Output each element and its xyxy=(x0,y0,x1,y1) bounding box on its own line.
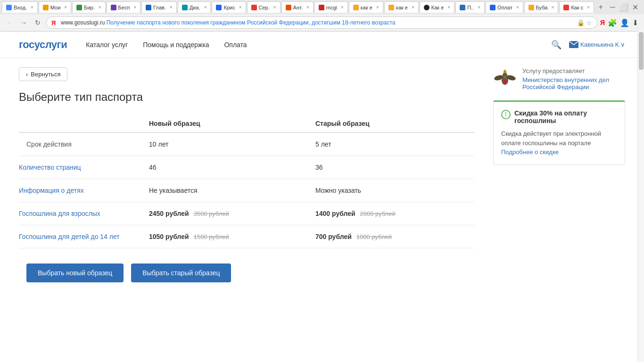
reload-button[interactable]: ↻ xyxy=(32,17,43,28)
tab-17[interactable]: Как с × xyxy=(559,1,594,13)
tab-16[interactable]: Буба × xyxy=(524,1,559,13)
extensions-icon[interactable]: 🧩 xyxy=(608,18,617,27)
page-title: Выберите тип паспорта xyxy=(19,90,474,104)
row-label-validity: Срок действия xyxy=(19,132,141,156)
tab-favicon xyxy=(424,5,429,10)
tab-favicon xyxy=(460,5,465,10)
table-header-row: Новый образец Старый образец xyxy=(19,115,474,132)
logo-text-uslugi: услуги xyxy=(34,39,67,50)
minimize-icon[interactable]: ─ xyxy=(610,3,615,11)
tab-label: Бесп xyxy=(118,5,130,10)
tab-close[interactable]: × xyxy=(412,5,414,10)
tab-close[interactable]: × xyxy=(31,5,33,10)
tab-5[interactable]: Глав. × xyxy=(141,1,177,13)
svg-rect-9 xyxy=(504,80,506,83)
tab-close[interactable]: × xyxy=(306,5,309,10)
row-label-fee-children: Госпошлина для детей до 14 лет xyxy=(19,225,141,248)
tab-9[interactable]: Ант. × xyxy=(281,1,314,13)
tab-label: Ант. xyxy=(293,5,303,10)
back-nav-button[interactable]: ← xyxy=(4,17,15,28)
site-wrapper: госуслуги Каталог услуг Помощь и поддерж… xyxy=(0,32,644,362)
star-icon[interactable]: ☆ xyxy=(586,19,592,26)
svg-marker-7 xyxy=(504,69,506,71)
tab-close[interactable]: × xyxy=(341,5,344,10)
maximize-icon[interactable]: ⬜ xyxy=(619,3,628,12)
tab-14-active[interactable]: П.. × xyxy=(455,1,485,13)
tab-13[interactable]: Как е × xyxy=(420,1,454,13)
close-icon[interactable]: ✕ xyxy=(632,3,638,12)
tab-2[interactable]: Мои × xyxy=(39,1,71,13)
scrollbar[interactable] xyxy=(637,31,644,362)
tab-favicon xyxy=(111,5,116,10)
tab-bar: Вход. × Мои × Бир. × Бесп × Глав. × Диа.… xyxy=(0,0,644,14)
comparison-table: Новый образец Старый образец Срок действ… xyxy=(19,115,474,248)
tab-close[interactable]: × xyxy=(516,5,519,10)
forward-nav-button[interactable]: → xyxy=(18,17,29,28)
tab-label: Бир. xyxy=(84,5,95,10)
tab-4[interactable]: Бесп × xyxy=(107,1,141,13)
main-content: ‹ Вернуться Выберите тип паспорта Новый … xyxy=(0,58,644,292)
price-main-old: 1400 рублей xyxy=(315,210,355,217)
tab-label: Буба xyxy=(536,5,548,10)
nav-payment[interactable]: Оплата xyxy=(224,41,247,49)
tab-label: Как с xyxy=(571,5,583,10)
tab-close[interactable]: × xyxy=(64,5,67,10)
back-button[interactable]: ‹ Вернуться xyxy=(19,67,67,81)
browser-chrome: Вход. × Мои × Бир. × Бесп × Глав. × Диа.… xyxy=(0,0,644,32)
tab-close[interactable]: × xyxy=(478,5,480,10)
tab-12[interactable]: как е × xyxy=(384,1,419,13)
tab-close[interactable]: × xyxy=(99,5,101,10)
row-val-children-old: Можно указать xyxy=(308,179,474,202)
scrollbar-thumb[interactable] xyxy=(639,32,644,70)
col-header-old: Старый образец xyxy=(308,115,474,132)
nav-help[interactable]: Помощь и поддержка xyxy=(143,41,209,49)
tab-close[interactable]: × xyxy=(587,5,590,10)
discount-description: Скидка действует при электронной оплате … xyxy=(501,129,617,157)
tab-label: Глав. xyxy=(153,5,166,10)
profile-icon[interactable]: 👤 xyxy=(620,18,629,27)
tab-15[interactable]: Оплат × xyxy=(486,1,523,13)
tab-close[interactable]: × xyxy=(273,5,276,10)
tab-10[interactable]: mcgi × xyxy=(314,1,348,13)
table-row: Срок действия 10 лет 5 лет xyxy=(19,132,474,156)
new-tab-button[interactable]: + xyxy=(595,1,606,13)
tab-label: Оплат xyxy=(497,5,512,10)
price-main-new: 2450 рублей xyxy=(149,210,189,217)
tab-close[interactable]: × xyxy=(447,5,450,10)
row-val-pages-old: 36 xyxy=(308,156,474,179)
gosuslugi-logo[interactable]: госуслуги xyxy=(19,39,67,51)
select-new-button[interactable]: Выбрать новый образец xyxy=(26,263,124,282)
tab-8[interactable]: Сер. × xyxy=(247,1,281,13)
tab-1[interactable]: Вход. × xyxy=(2,1,38,13)
row-val-fee-adults-new: 2450 рублей 3500 рублей xyxy=(141,202,308,225)
browser-menu-icons: ─ ⬜ ✕ xyxy=(610,3,642,12)
tab-close[interactable]: × xyxy=(133,5,136,10)
ministry-link[interactable]: Министерство внутренних дел Российской Ф… xyxy=(522,76,609,90)
tab-favicon xyxy=(490,5,495,10)
tab-11[interactable]: как е × xyxy=(349,1,383,13)
tab-3[interactable]: Бир. × xyxy=(72,1,105,13)
tab-close[interactable]: × xyxy=(170,5,173,10)
nav-catalog[interactable]: Каталог услуг xyxy=(86,41,128,49)
row-val-validity-old: 5 лет xyxy=(308,132,474,156)
tab-7[interactable]: Крис × xyxy=(212,1,246,13)
tab-close[interactable]: × xyxy=(239,5,242,10)
email-icon xyxy=(569,41,578,48)
tab-close[interactable]: × xyxy=(204,5,207,10)
tab-6[interactable]: Диа. × xyxy=(178,1,211,13)
select-old-button[interactable]: Выбрать старый образец xyxy=(131,263,231,282)
site-header-right: 🔍 Кавенькина К.∨ xyxy=(551,40,625,50)
download-icon[interactable]: ⬇ xyxy=(632,18,638,27)
tab-close[interactable]: × xyxy=(376,5,379,10)
col-header-new: Новый образец xyxy=(141,115,308,132)
address-icons: 🔒 ☆ xyxy=(577,19,592,26)
user-menu[interactable]: Кавенькина К.∨ xyxy=(569,41,625,48)
content-left: ‹ Вернуться Выберите тип паспорта Новый … xyxy=(19,58,474,292)
tab-label: Мои xyxy=(50,5,61,10)
discount-header: ! Скидка 30% на оплату госпошлины xyxy=(501,109,617,124)
discount-more-link[interactable]: Подробнее о скидке xyxy=(501,148,559,156)
search-icon[interactable]: 🔍 xyxy=(551,40,561,50)
tab-close[interactable]: × xyxy=(552,5,554,10)
address-box[interactable]: Я www.gosuslugi.ru Получение паспорта но… xyxy=(46,16,597,29)
discount-info-icon: ! xyxy=(501,110,511,119)
